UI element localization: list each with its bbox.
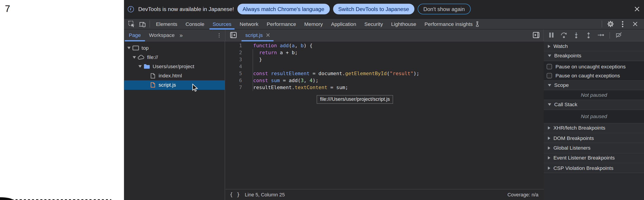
chevron-right-icon	[548, 44, 550, 48]
code-line-6[interactable]: 6const sum = add(3, 4);	[226, 77, 544, 84]
checkbox-row-pause-on-uncaught-exceptions[interactable]: Pause on uncaught exceptions	[544, 62, 644, 71]
code-line-2[interactable]: 2 return a + b;	[226, 49, 544, 56]
dont-show-again-button[interactable]: Don't show again	[418, 3, 470, 14]
cloud-icon	[138, 54, 145, 60]
token-pl: = add(	[280, 77, 300, 83]
tree-item-users-user-project[interactable]: Users/user/project	[124, 62, 225, 71]
step-into-icon[interactable]	[573, 32, 580, 38]
sidebar-section-call-stack[interactable]: Call Stack	[544, 100, 644, 110]
checkbox-label: Pause on caught exceptions	[556, 73, 620, 79]
code-editor[interactable]: 1function add(a, b) {2 return a + b;3 }4…	[226, 41, 544, 200]
tree-item-script-js[interactable]: script.js	[124, 80, 225, 90]
main-tab-performance[interactable]: Performance	[262, 19, 300, 29]
pretty-print-icon[interactable]: { }	[230, 192, 240, 198]
code-line-4[interactable]: 4	[226, 63, 544, 70]
navigator-kebab-icon[interactable]: ⋮	[216, 32, 222, 38]
page-result-text: 7	[5, 3, 10, 14]
toggle-device-toolbar-icon[interactable]	[138, 20, 146, 27]
expander-icon[interactable]	[133, 56, 136, 58]
tree-item-label: Users/user/project	[152, 64, 194, 69]
section-label: Watch	[554, 43, 568, 49]
sidebar-section-watch[interactable]: Watch	[544, 41, 644, 51]
sidebar-section-dom-breakpoints[interactable]: DOM Breakpoints	[544, 133, 644, 143]
code-line-7[interactable]: 7resultElement.textContent = sum;	[226, 84, 544, 91]
line-number[interactable]: 6	[226, 77, 242, 84]
main-tab-performance-insights[interactable]: Performance insights	[420, 19, 485, 29]
step-over-icon[interactable]	[561, 32, 567, 38]
token-pl: ,	[295, 42, 300, 48]
step-icon[interactable]	[598, 32, 604, 38]
main-tab-label: Performance	[266, 21, 296, 27]
token-num: 4	[310, 77, 312, 83]
line-number[interactable]: 3	[226, 56, 242, 63]
sidebar-section-xhr-fetch-breakpoints[interactable]: XHR/fetch Breakpoints	[544, 123, 644, 133]
token-vr: a	[292, 42, 295, 48]
tree-item-index-html[interactable]: index.html	[124, 71, 225, 80]
settings-gear-icon[interactable]	[607, 20, 614, 27]
tree-item-label: file://	[147, 54, 158, 60]
code-line-5[interactable]: 5const resultElement = document.getEleme…	[226, 70, 544, 77]
frame-icon	[132, 45, 139, 51]
checkbox[interactable]	[547, 73, 552, 78]
line-number[interactable]: 2	[226, 49, 242, 56]
sidebar-section-scope[interactable]: Scope	[544, 81, 644, 90]
main-tab-memory[interactable]: Memory	[300, 19, 327, 29]
main-tab-label: Memory	[304, 21, 323, 27]
more-options-kebab-icon[interactable]	[620, 20, 626, 27]
main-tab-security[interactable]: Security	[360, 19, 387, 29]
token-prop: textContent	[295, 84, 328, 90]
expander-icon[interactable]	[127, 47, 130, 49]
code-line-1[interactable]: 1function add(a, b) {	[226, 42, 544, 49]
main-tab-network[interactable]: Network	[236, 19, 262, 29]
token-vr: sum	[271, 77, 280, 83]
sidebar-section-breakpoints[interactable]: Breakpoints	[544, 51, 644, 61]
tree-item-label: index.html	[159, 73, 182, 79]
hide-debugger-sidebar-icon[interactable]	[533, 32, 540, 39]
tree-item-label: script.js	[159, 82, 176, 88]
step-out-icon[interactable]	[585, 32, 592, 38]
inspect-element-icon[interactable]	[128, 20, 135, 27]
token-pl: ) {	[304, 42, 312, 48]
deactivate-breakpoints-icon[interactable]	[616, 32, 622, 38]
main-tab-label: Elements	[156, 21, 177, 27]
sidebar-section-global-listeners[interactable]: Global Listeners	[544, 143, 644, 153]
switch-devtools-japanese-button[interactable]: Switch DevTools to Japanese	[333, 3, 414, 14]
always-match-language-button[interactable]: Always match Chrome's language	[237, 3, 330, 14]
token-vr: resultElement	[271, 70, 310, 76]
hide-navigator-icon[interactable]	[230, 32, 237, 39]
checkbox[interactable]	[547, 64, 552, 69]
line-number[interactable]: 7	[226, 84, 242, 91]
tab-workspace[interactable]: Workspace	[145, 29, 179, 41]
flask-icon	[473, 21, 481, 27]
debugger-controls	[544, 29, 644, 41]
checkbox-row-pause-on-caught-exceptions[interactable]: Pause on caught exceptions	[544, 71, 644, 80]
infobar-close-icon[interactable]	[634, 6, 640, 12]
tree-item-file-[interactable]: file://	[124, 53, 225, 62]
main-tab-console[interactable]: Console	[182, 19, 208, 29]
line-number[interactable]: 5	[226, 70, 242, 77]
token-pl: (	[289, 42, 292, 48]
expander-icon[interactable]	[138, 65, 142, 68]
line-number[interactable]: 1	[226, 42, 242, 49]
main-tab-lighthouse[interactable]: Lighthouse	[387, 19, 420, 29]
main-tab-elements[interactable]: Elements	[152, 19, 182, 29]
line-number[interactable]: 4	[226, 63, 242, 70]
code-line-3[interactable]: 3 }	[226, 56, 544, 63]
infobar-message: DevTools is now available in Japanese!	[138, 6, 234, 12]
token-kw: function	[253, 42, 277, 48]
main-tab-sources[interactable]: Sources	[208, 19, 236, 29]
close-devtools-icon[interactable]	[632, 20, 638, 27]
pause-script-icon[interactable]	[548, 32, 555, 38]
token-pl: = sum;	[328, 84, 348, 90]
editor-tab-close-icon[interactable]	[266, 33, 270, 37]
tab-page[interactable]: Page	[124, 29, 145, 41]
coverage-status: Coverage: n/a	[508, 192, 538, 198]
main-tab-application[interactable]: Application	[327, 19, 360, 29]
token-kw: return	[259, 49, 277, 55]
chevron-down-icon	[548, 84, 552, 86]
sidebar-section-csp-violation-breakpoints[interactable]: CSP Violation Breakpoints	[544, 163, 644, 173]
tree-item-top[interactable]: top	[124, 43, 225, 53]
editor-tab-scriptjs[interactable]: script.js	[242, 29, 273, 41]
sidebar-section-event-listener-breakpoints[interactable]: Event Listener Breakpoints	[544, 153, 644, 163]
more-tabs-icon[interactable]: »	[180, 32, 183, 38]
